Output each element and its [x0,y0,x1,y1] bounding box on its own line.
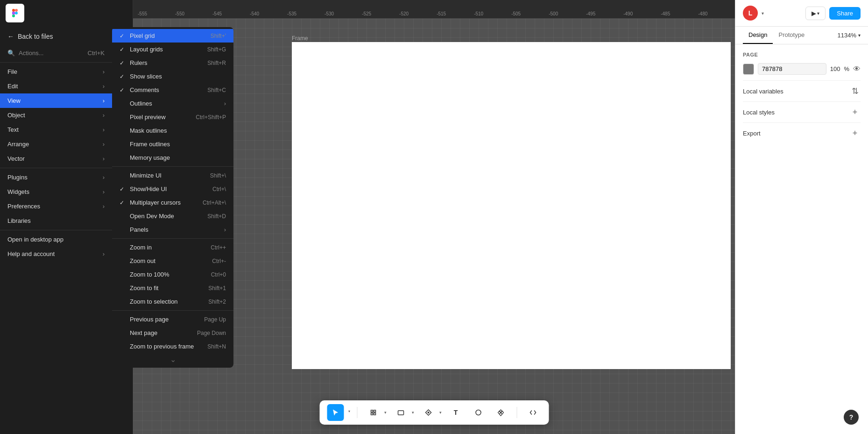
view-item-multiplayer[interactable]: ✓ Multiplayer cursors Ctrl+Alt+\ [112,196,233,209]
menu-item-text[interactable]: Text › [0,122,112,137]
page-visibility-toggle[interactable]: 👁 [853,65,861,73]
frame-tool-button[interactable] [365,404,381,421]
local-variables-adjust-icon[interactable]: ⇅ [849,85,861,97]
zoom-selection-shortcut: Shift+2 [208,299,226,305]
local-styles-row: Local styles + [743,101,861,122]
next-page-label: Next page [130,329,157,336]
figma-logo-button[interactable] [6,4,24,22]
menu-item-libraries[interactable]: Libraries [0,213,112,228]
right-sidebar-header: L ▾ ▶ ▾ Share [735,0,868,27]
menu-item-arrange[interactable]: Arrange › [0,137,112,151]
zoom-out-shortcut: Ctrl+- [212,258,226,264]
select-tool-button[interactable] [327,404,344,421]
view-item-pixel-preview[interactable]: ✓ Pixel preview Ctrl+Shift+P [112,110,233,124]
ruler-mark: -555 [138,11,147,16]
view-item-zoom-selection[interactable]: ✓ Zoom to selection Shift+2 [112,295,233,308]
view-item-zoom-in[interactable]: ✓ Zoom in Ctrl++ [112,241,233,254]
svg-rect-8 [374,413,375,415]
page-opacity-unit: % [844,65,849,72]
frame-tool-dropdown-icon[interactable]: ▾ [384,410,387,415]
rulers-label: Rulers [130,59,148,66]
select-dropdown-icon[interactable]: ▾ [348,409,350,413]
view-item-minimize-ui[interactable]: ✓ Minimize UI Shift+\ [112,169,233,182]
menu-item-open-desktop[interactable]: Open in desktop app [0,232,112,247]
pixel-preview-shortcut: Ctrl+Shift+P [196,114,226,121]
menu-item-object[interactable]: Object › [0,108,112,122]
ruler-mark: -490 [623,11,633,16]
zoom-value-button[interactable]: 1134% ▾ [838,32,861,39]
view-item-show-slices[interactable]: ✓ Show slices [112,70,233,83]
view-item-frame-outlines[interactable]: ✓ Frame outlines [112,137,233,151]
page-section-title: Page [743,52,861,57]
play-button[interactable]: ▶ ▾ [805,7,826,20]
zoom-100-label: Zoom to 100% [130,271,169,278]
actions-search[interactable]: 🔍 Actions... Ctrl+K [0,46,112,60]
toolbar-divider-2 [516,407,517,418]
page-color-swatch[interactable] [743,64,754,75]
multiplayer-shortcut: Ctrl+Alt+\ [203,199,226,206]
text-label: Text [7,126,19,133]
menu-item-plugins[interactable]: Plugins › [0,170,112,185]
menu-item-file[interactable]: File › [0,64,112,79]
tab-prototype[interactable]: Prototype [773,27,810,44]
view-item-zoom-out[interactable]: ✓ Zoom out Ctrl+- [112,254,233,268]
shape-tool-button[interactable] [392,404,409,421]
view-item-next-page[interactable]: ✓ Next page Page Down [112,326,233,340]
help-button[interactable]: ? [844,410,859,425]
view-item-prev-page[interactable]: ✓ Previous page Page Up [112,313,233,326]
menu-item-help-account[interactable]: Help and account › [0,247,112,261]
svg-point-11 [476,410,481,415]
view-item-pixel-grid[interactable]: ✓ Pixel grid Shift+' [112,29,233,43]
menu-item-vector[interactable]: Vector › [0,151,112,166]
view-item-outlines[interactable]: ✓ Outlines › [112,97,233,110]
pixel-preview-label: Pixel preview [130,114,166,121]
page-color-input[interactable] [758,63,826,75]
zoom-control: 1134% ▾ [838,27,861,44]
shape-tool-dropdown-icon[interactable]: ▾ [412,410,414,415]
zoom-arrow-icon: ▾ [858,33,861,38]
object-arrow-icon: › [103,112,105,119]
view-item-rulers[interactable]: ✓ Rulers Shift+R [112,56,233,70]
dropdown-arrow-icon[interactable]: ▾ [762,11,764,16]
prototype-tab-label: Prototype [778,31,804,38]
menu-item-widgets[interactable]: Widgets › [0,185,112,199]
ruler-mark: -520 [399,11,409,16]
edit-label: Edit [7,83,18,90]
pen-tool-dropdown-icon[interactable]: ▾ [439,410,442,415]
zoom-selection-label: Zoom to selection [130,298,178,305]
view-item-comments[interactable]: ✓ Comments Shift+C [112,83,233,97]
export-add-button[interactable]: + [849,128,861,139]
prev-page-shortcut: Page Up [204,316,226,323]
view-item-layout-grids[interactable]: ✓ Layout grids Shift+G [112,43,233,56]
page-section: Page 100 % 👁 [743,52,861,75]
pen-tool-button[interactable] [420,404,437,421]
code-tool-button[interactable] [524,404,541,421]
view-item-memory-usage[interactable]: ✓ Memory usage [112,151,233,164]
memory-usage-label: Memory usage [130,154,170,161]
view-item-open-dev[interactable]: ✓ Open Dev Mode Shift+D [112,209,233,223]
menu-item-view[interactable]: View › [0,93,112,108]
code-icon [529,409,536,416]
local-styles-add-button[interactable]: + [849,107,861,118]
user-avatar-button[interactable]: L [743,6,758,21]
ruler-top: -555 -550 -545 -540 -535 -530 -525 -520 … [133,0,735,19]
components-tool-button[interactable] [492,404,509,421]
share-button[interactable]: Share [829,7,861,20]
back-to-files-item[interactable]: ← Back to files [0,27,112,46]
show-hide-ui-label: Show/Hide UI [130,185,167,192]
text-tool-button[interactable]: T [447,404,464,421]
view-item-zoom-100[interactable]: ✓ Zoom to 100% Ctrl+0 [112,268,233,281]
left-menu: ← Back to files 🔍 Actions... Ctrl+K File… [0,27,112,261]
view-item-zoom-fit[interactable]: ✓ Zoom to fit Shift+1 [112,281,233,295]
menu-item-edit[interactable]: Edit › [0,79,112,93]
menu-item-preferences[interactable]: Preferences › [0,199,112,213]
ellipse-tool-button[interactable] [470,404,487,421]
ruler-mark: -535 [287,11,296,16]
svg-point-4 [15,12,18,14]
scroll-down-icon: ⌄ [170,355,176,364]
view-item-panels[interactable]: ✓ Panels › [112,223,233,236]
view-item-zoom-prev-frame[interactable]: ✓ Zoom to previous frame Shift+N [112,340,233,353]
tab-design[interactable]: Design [743,27,773,44]
view-item-mask-outlines[interactable]: ✓ Mask outlines [112,124,233,137]
view-item-show-hide-ui[interactable]: ✓ Show/Hide UI Ctrl+\ [112,182,233,196]
